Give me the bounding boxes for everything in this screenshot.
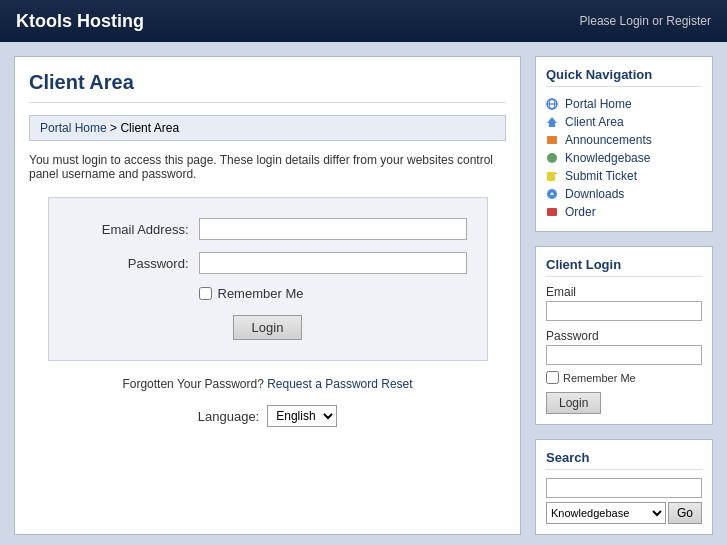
search-category-select[interactable]: Knowledgebase [546, 502, 666, 524]
nav-link-announcements[interactable]: Announcements [565, 133, 652, 147]
main-content: Client Area Portal Home > Client Area Yo… [14, 56, 521, 535]
nav-link-submit-ticket[interactable]: Submit Ticket [565, 169, 637, 183]
nav-link-order[interactable]: Order [565, 205, 596, 219]
search-box: Search Knowledgebase Go [535, 439, 713, 535]
svg-marker-3 [547, 117, 557, 127]
password-reset-area: Forgotten Your Password? Request a Passw… [29, 377, 506, 391]
remember-label: Remember Me [218, 286, 304, 301]
nav-link-client-area[interactable]: Client Area [565, 115, 624, 129]
password-label: Password: [69, 256, 199, 271]
search-go-button[interactable]: Go [668, 502, 702, 524]
password-row: Password: [69, 252, 467, 274]
nav-link-portal-home[interactable]: Portal Home [565, 97, 632, 111]
nav-link-downloads[interactable]: Downloads [565, 187, 624, 201]
sidebar-remember-label: Remember Me [563, 372, 636, 384]
client-login-box: Client Login Email Password Remember Me … [535, 246, 713, 425]
language-label: Language: [198, 409, 259, 424]
language-row: Language: English [29, 405, 506, 427]
sidebar: Quick Navigation Portal Home Client Area… [535, 56, 713, 535]
search-title: Search [546, 450, 702, 470]
nav-item-submit-ticket[interactable]: Submit Ticket [546, 167, 702, 185]
breadcrumb-separator: > [110, 121, 120, 135]
nav-item-client-area[interactable]: Client Area [546, 113, 702, 131]
info-text: You must login to access this page. Thes… [29, 153, 506, 181]
login-form: Email Address: Password: Remember Me Log… [48, 197, 488, 361]
remember-row: Remember Me [199, 286, 467, 301]
nav-item-portal-home[interactable]: Portal Home [546, 95, 702, 113]
svg-point-5 [547, 153, 557, 163]
remember-checkbox[interactable] [199, 287, 212, 300]
sidebar-password-label: Password [546, 329, 702, 343]
sidebar-email-input[interactable] [546, 301, 702, 321]
register-link[interactable]: Register [666, 14, 711, 28]
or-text: or [652, 14, 666, 28]
announce-icon [546, 133, 560, 147]
nav-item-downloads[interactable]: Downloads [546, 185, 702, 203]
breadcrumb-portal-home[interactable]: Portal Home [40, 121, 107, 135]
header: Ktools Hosting Please Login or Register [0, 0, 727, 42]
email-input[interactable] [199, 218, 467, 240]
breadcrumb: Portal Home > Client Area [29, 115, 506, 141]
nav-item-knowledgebase[interactable]: Knowledgebase [546, 149, 702, 167]
quick-nav-title: Quick Navigation [546, 67, 702, 87]
forgotten-text: Forgotten Your Password? [122, 377, 263, 391]
language-select[interactable]: English [267, 405, 337, 427]
email-label: Email Address: [69, 222, 199, 237]
home-icon [546, 115, 560, 129]
reset-link[interactable]: Request a Password Reset [267, 377, 412, 391]
content-wrapper: Client Area Portal Home > Client Area Yo… [0, 42, 727, 545]
email-row: Email Address: [69, 218, 467, 240]
nav-item-order[interactable]: Order [546, 203, 702, 221]
svg-rect-10 [547, 208, 557, 216]
client-login-title: Client Login [546, 257, 702, 277]
search-controls: Knowledgebase Go [546, 502, 702, 524]
ticket-icon [546, 169, 560, 183]
header-nav: Please Login or Register [580, 14, 711, 28]
password-input[interactable] [199, 252, 467, 274]
order-icon [546, 205, 560, 219]
quick-nav-box: Quick Navigation Portal Home Client Area… [535, 56, 713, 232]
nav-link-knowledgebase[interactable]: Knowledgebase [565, 151, 650, 165]
login-link[interactable]: Login [620, 14, 649, 28]
sidebar-remember-row: Remember Me [546, 371, 702, 384]
sidebar-login-button[interactable]: Login [546, 392, 601, 414]
svg-rect-6 [547, 172, 555, 181]
login-button[interactable]: Login [233, 315, 303, 340]
downloads-icon [546, 187, 560, 201]
sidebar-remember-checkbox[interactable] [546, 371, 559, 384]
search-input[interactable] [546, 478, 702, 498]
sidebar-password-input[interactable] [546, 345, 702, 365]
breadcrumb-current: Client Area [120, 121, 179, 135]
svg-marker-7 [555, 172, 557, 174]
please-text: Please [580, 14, 620, 28]
page-title: Client Area [29, 71, 506, 103]
sidebar-email-label: Email [546, 285, 702, 299]
svg-rect-4 [547, 136, 557, 144]
nav-item-announcements[interactable]: Announcements [546, 131, 702, 149]
site-title: Ktools Hosting [16, 11, 144, 32]
kb-icon [546, 151, 560, 165]
globe-icon [546, 97, 560, 111]
